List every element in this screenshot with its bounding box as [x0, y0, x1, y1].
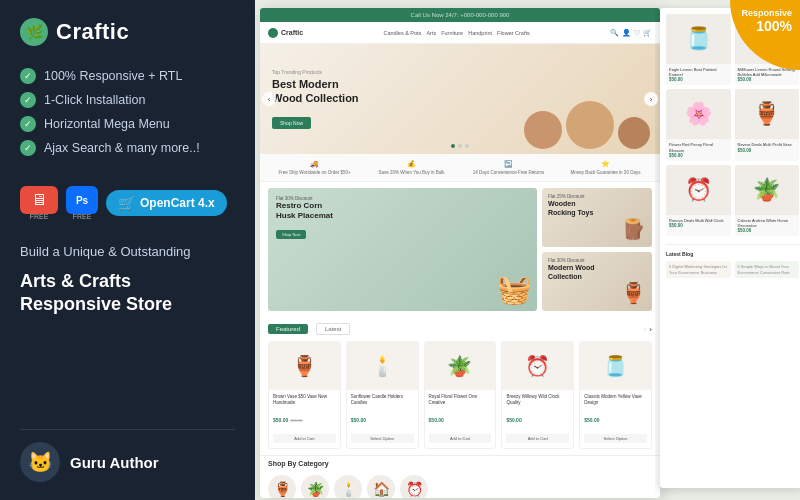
category-icon: 🏺 — [268, 475, 296, 498]
product-info: Sunflower Candle Holders Candles $50.00 … — [347, 390, 418, 448]
main-preview: Call Us Now 24/7: +000-000-000 900 Craft… — [255, 0, 800, 500]
user-icon[interactable]: 👤 — [622, 29, 631, 37]
feature-shipping: 🚚 Free Ship Worldwide on Order $50+ — [268, 159, 361, 176]
blog-item: 5 Digital Marketing Strategies for Your … — [666, 261, 731, 278]
hero-dot[interactable] — [458, 144, 462, 148]
monitor-badge: 🖥 — [20, 186, 58, 214]
author-name: Guru Author — [70, 454, 159, 471]
hero-dots — [451, 144, 469, 148]
add-to-cart-button[interactable]: Select Option — [584, 434, 647, 443]
right-panel-footer: Latest Blog 5 Digital Marketing Strategi… — [666, 244, 799, 278]
right-product-image: 🏺 — [735, 89, 800, 139]
products-grid: 🏺 Brown Vase $50 Vase New Handmade $50.0… — [268, 341, 652, 449]
category-item[interactable]: 🏺 Vases — [268, 475, 296, 498]
hero-next-button[interactable]: › — [644, 92, 658, 106]
right-product-image: 🪴 — [735, 165, 800, 215]
store-logo-name: Craftic — [281, 29, 303, 36]
product-price: $50.00 — [584, 408, 647, 426]
add-to-cart-button[interactable]: Add to Cart — [273, 434, 336, 443]
check-icon: ✓ — [20, 140, 36, 156]
hero-prev-button[interactable]: ‹ — [262, 92, 276, 106]
feature-item: ✓ Ajax Search & many more..! — [20, 140, 235, 156]
products-prev-button[interactable]: ‹ — [644, 325, 647, 334]
description-text: Build a Unique & Outstanding — [20, 242, 235, 262]
store-nav-icons: 🔍 👤 ♡ 🛒 — [610, 29, 652, 37]
hero-dot[interactable] — [465, 144, 469, 148]
check-icon: ✓ — [20, 92, 36, 108]
returns-icon: ↩️ — [462, 159, 555, 169]
product-info: Classtic Modern Yellow Vase Design $50.0… — [580, 390, 651, 448]
nav-link[interactable]: Furniture — [441, 30, 463, 36]
arts-title: Arts & CraftsResponsive Store — [20, 270, 235, 317]
cart-icon: 🛒 — [118, 195, 135, 211]
banner-small-stack: Flat 25% Discount WoodenRocking Toys 🪵 F… — [542, 188, 652, 311]
feature-item: ✓ Horizontal Mega Menu — [20, 116, 235, 132]
nav-link[interactable]: Candles & Pots — [383, 30, 421, 36]
right-store: 🫙 Eagle Lemon Boat Painted Enamel $50.00… — [660, 8, 800, 488]
hero-cta-button[interactable]: Shop Now — [272, 117, 311, 129]
right-product-card: 🏺 Revere Deals Multi Profit Vase $50.00 — [735, 89, 800, 160]
product-image: 🏺 — [269, 342, 340, 390]
product-price: $50.00 — [506, 408, 569, 426]
right-product-image: 🫙 — [666, 14, 731, 64]
shipping-icon: 🚚 — [268, 159, 361, 169]
responsive-percent: 100% — [756, 19, 792, 33]
savings-icon: 💰 — [365, 159, 458, 169]
category-icon: ⏰ — [400, 475, 428, 498]
opencart-badge: 🛒 OpenCart 4.x — [106, 190, 227, 216]
banner-small-2: Flat 30% Discount Modern WoodCollection … — [542, 252, 652, 311]
banner-title: WoodenRocking Toys — [548, 199, 646, 217]
features-bar: 🚚 Free Ship Worldwide on Order $50+ 💰 Sa… — [260, 154, 660, 182]
banner-small-1: Flat 25% Discount WoodenRocking Toys 🪵 — [542, 188, 652, 247]
check-icon: ✓ — [20, 68, 36, 84]
add-to-cart-button[interactable]: Select Option — [351, 434, 414, 443]
hero-content: Top Trending Products Best ModernWood Co… — [260, 57, 371, 142]
banner-large: Flat 30% Discount Restro CornHusk Placem… — [268, 188, 537, 311]
search-icon[interactable]: 🔍 — [610, 29, 619, 37]
product-card: ⏰ Breezy Willowy Wild Clock Quality $50.… — [501, 341, 574, 449]
products-next-button[interactable]: › — [649, 325, 652, 334]
product-image: ⏰ — [502, 342, 573, 390]
wishlist-icon[interactable]: ♡ — [634, 29, 640, 37]
hero-dot[interactable] — [451, 144, 455, 148]
cart-icon[interactable]: 🛒 — [643, 29, 652, 37]
product-price: $50.00 — [351, 408, 414, 426]
feature-item: ✓ 1-Click Installation — [20, 92, 235, 108]
preview-inner: Call Us Now 24/7: +000-000-000 900 Craft… — [255, 0, 800, 500]
category-item[interactable]: ⏰ Clocks — [400, 475, 428, 498]
logo-area: 🌿 Craftic — [20, 18, 235, 46]
author-icon: 🐱 — [28, 450, 53, 474]
product-price: $50.00$65.00 — [273, 408, 336, 426]
banner-image: 🪵 — [548, 217, 646, 241]
product-card: 🫙 Classtic Modern Yellow Vase Design $50… — [579, 341, 652, 449]
right-product-info: Calecto Andrea White Home Decorative $50… — [735, 215, 800, 236]
product-name: Royal Floral Flower One Creative — [429, 394, 492, 406]
nav-link[interactable]: Handprint — [468, 30, 492, 36]
nav-link[interactable]: Flower Crafts — [497, 30, 530, 36]
store-hero: Top Trending Products Best ModernWood Co… — [260, 44, 660, 154]
product-info: Breezy Willowy Wild Clock Quality $50.00… — [502, 390, 573, 448]
candle-group — [520, 49, 650, 149]
category-item[interactable]: 🕯️ Candles — [334, 475, 362, 498]
category-item[interactable]: 🏠 Home — [367, 475, 395, 498]
feature-savings: 💰 Save 20% When You Buy in Bulk — [365, 159, 458, 176]
products-section: Featured Latest ‹ › 🏺 Brown Vase $50 Vas… — [260, 317, 660, 455]
blog-item: 6 Simple Ways to Boost Your Ecommerce Co… — [735, 261, 800, 278]
right-product-info: Eagle Lemon Boat Painted Enamel $50.00 — [666, 64, 731, 85]
store-navbar: Craftic Candles & Pots Arts Furniture Ha… — [260, 22, 660, 44]
product-image: 🕯️ — [347, 342, 418, 390]
right-product-info: Flower Red Peony Floral Blossom $50.00 — [666, 139, 731, 160]
nav-link[interactable]: Arts — [426, 30, 436, 36]
category-item[interactable]: 🪴 Plants — [301, 475, 329, 498]
left-panel: 🌿 Craftic ✓ 100% Responsive + RTL ✓ 1-Cl… — [0, 0, 255, 500]
store-logo-nav: Craftic — [268, 28, 303, 38]
right-product-image: 🌸 — [666, 89, 731, 139]
banner-cta[interactable]: Shop Now — [276, 230, 306, 239]
tab-latest[interactable]: Latest — [316, 323, 350, 335]
add-to-cart-button[interactable]: Add to Cart — [429, 434, 492, 443]
banner-image: 🏺 — [548, 281, 646, 305]
banners-section: Flat 30% Discount Restro CornHusk Placem… — [260, 182, 660, 317]
tab-featured[interactable]: Featured — [268, 324, 308, 334]
add-to-cart-button[interactable]: Add to Cart — [506, 434, 569, 443]
platform-badges: 🖥 FREE Ps FREE 🛒 OpenCart 4.x — [20, 186, 235, 220]
